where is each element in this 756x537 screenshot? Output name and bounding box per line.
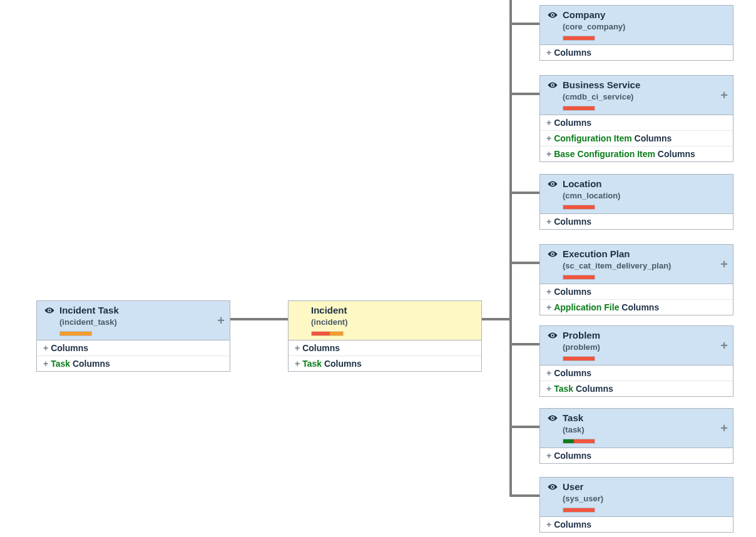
section-suffix: Columns bbox=[619, 302, 659, 312]
plus-icon: + bbox=[546, 149, 551, 159]
node-title: Incident Task bbox=[59, 305, 225, 316]
section-highlight: Application File bbox=[554, 302, 619, 312]
node-header[interactable]: User (sys_user) bbox=[540, 478, 733, 517]
section-label: Columns bbox=[554, 217, 591, 227]
node-header[interactable]: Task (task) + bbox=[540, 409, 733, 448]
eye-icon bbox=[547, 331, 558, 341]
section-columns[interactable]: +Columns bbox=[289, 340, 481, 356]
node-header[interactable]: Incident Task (incident_task) + bbox=[37, 301, 230, 340]
eye-icon bbox=[44, 306, 55, 316]
section-highlight: Task bbox=[302, 359, 322, 369]
section-highlight: Task bbox=[554, 384, 573, 394]
node-business-service[interactable]: Business Service (cmdb_ci_service) + +Co… bbox=[539, 75, 733, 162]
node-incident[interactable]: Incident (incident) +Columns +Task Colum… bbox=[288, 300, 482, 372]
node-location[interactable]: Location (cmn_location) +Columns bbox=[539, 174, 733, 230]
plus-icon: + bbox=[43, 359, 48, 369]
node-header[interactable]: Execution Plan (sc_cat_item_delivery_pla… bbox=[540, 245, 733, 284]
svg-point-0 bbox=[49, 310, 51, 312]
section-suffix: Columns bbox=[573, 384, 613, 394]
node-title: Task bbox=[563, 412, 728, 424]
status-bar bbox=[563, 36, 595, 41]
section-label: Columns bbox=[554, 451, 591, 461]
plus-icon: + bbox=[43, 343, 48, 353]
node-execution-plan[interactable]: Execution Plan (sc_cat_item_delivery_pla… bbox=[539, 244, 733, 315]
node-subtitle: (cmn_location) bbox=[563, 191, 728, 201]
section-columns[interactable]: +Columns bbox=[37, 340, 230, 356]
section-highlight: Base Configuration Item bbox=[554, 149, 655, 159]
section-appfile-columns[interactable]: +Application File Columns bbox=[540, 300, 733, 315]
plus-icon: + bbox=[546, 519, 551, 529]
section-columns[interactable]: +Columns bbox=[540, 45, 733, 60]
section-suffix: Columns bbox=[655, 149, 695, 159]
section-highlight: Configuration Item bbox=[554, 133, 631, 143]
node-company[interactable]: Company (core_company) +Columns bbox=[539, 5, 733, 61]
svg-point-7 bbox=[552, 486, 554, 488]
expand-node-button[interactable]: + bbox=[720, 339, 728, 352]
svg-point-3 bbox=[552, 183, 554, 185]
plus-icon: + bbox=[295, 343, 300, 353]
eye-icon bbox=[547, 81, 558, 91]
section-label: Columns bbox=[554, 48, 591, 58]
section-highlight: Task bbox=[51, 359, 70, 369]
node-subtitle: (sc_cat_item_delivery_plan) bbox=[563, 261, 728, 271]
section-task-columns[interactable]: +Task Columns bbox=[540, 381, 733, 396]
section-label: Columns bbox=[302, 343, 340, 353]
eye-icon bbox=[547, 250, 558, 260]
node-subtitle: (incident_task) bbox=[59, 317, 225, 327]
plus-icon: + bbox=[546, 368, 551, 378]
status-bar bbox=[563, 205, 595, 210]
expand-node-button[interactable]: + bbox=[217, 314, 225, 327]
section-label: Columns bbox=[554, 287, 591, 297]
svg-point-4 bbox=[552, 253, 554, 255]
eye-icon bbox=[547, 483, 558, 493]
status-bar bbox=[563, 439, 595, 444]
node-header[interactable]: Problem (problem) + bbox=[540, 326, 733, 366]
expand-node-button[interactable]: + bbox=[720, 422, 728, 434]
node-subtitle: (task) bbox=[563, 425, 728, 435]
node-title: Location bbox=[563, 178, 728, 190]
section-ci-columns[interactable]: +Configuration Item Columns bbox=[540, 131, 733, 146]
node-problem[interactable]: Problem (problem) + +Columns +Task Colum… bbox=[539, 325, 733, 397]
section-columns[interactable]: +Columns bbox=[540, 448, 733, 463]
plus-icon: + bbox=[546, 133, 551, 143]
node-subtitle: (incident) bbox=[311, 317, 476, 327]
plus-icon: + bbox=[546, 451, 551, 461]
node-incident-task[interactable]: Incident Task (incident_task) + +Columns… bbox=[36, 300, 230, 372]
node-title: Company bbox=[563, 9, 728, 21]
node-title: Problem bbox=[563, 330, 728, 341]
node-header[interactable]: Incident (incident) bbox=[289, 301, 481, 340]
section-suffix: Columns bbox=[632, 133, 672, 143]
expand-node-button[interactable]: + bbox=[720, 258, 728, 270]
node-task[interactable]: Task (task) + +Columns bbox=[539, 408, 733, 464]
section-columns[interactable]: +Columns bbox=[540, 517, 733, 532]
eye-icon bbox=[547, 414, 558, 424]
node-subtitle: (problem) bbox=[563, 342, 728, 352]
status-bar bbox=[59, 331, 92, 336]
node-title: Business Service bbox=[563, 79, 728, 91]
section-columns[interactable]: +Columns bbox=[540, 115, 733, 131]
status-bar bbox=[563, 275, 595, 280]
status-bar bbox=[563, 508, 595, 513]
svg-point-5 bbox=[552, 335, 554, 337]
eye-icon bbox=[547, 180, 558, 190]
node-title: Execution Plan bbox=[563, 248, 728, 260]
svg-point-2 bbox=[552, 84, 554, 86]
section-base-ci-columns[interactable]: +Base Configuration Item Columns bbox=[540, 146, 733, 161]
section-task-columns[interactable]: +Task Columns bbox=[37, 356, 230, 371]
svg-point-1 bbox=[552, 14, 554, 16]
plus-icon: + bbox=[546, 48, 551, 58]
plus-icon: + bbox=[546, 287, 551, 297]
node-subtitle: (sys_user) bbox=[563, 494, 728, 504]
node-header[interactable]: Business Service (cmdb_ci_service) + bbox=[540, 76, 733, 115]
section-task-columns[interactable]: +Task Columns bbox=[289, 356, 481, 371]
node-user[interactable]: User (sys_user) +Columns bbox=[539, 477, 733, 533]
section-label: Columns bbox=[554, 118, 591, 128]
node-header[interactable]: Location (cmn_location) bbox=[540, 175, 733, 214]
expand-node-button[interactable]: + bbox=[720, 89, 728, 101]
section-columns[interactable]: +Columns bbox=[540, 214, 733, 229]
node-header[interactable]: Company (core_company) bbox=[540, 6, 733, 45]
svg-point-6 bbox=[552, 417, 554, 419]
status-bar bbox=[563, 356, 595, 361]
section-columns[interactable]: +Columns bbox=[540, 284, 733, 300]
section-columns[interactable]: +Columns bbox=[540, 366, 733, 381]
